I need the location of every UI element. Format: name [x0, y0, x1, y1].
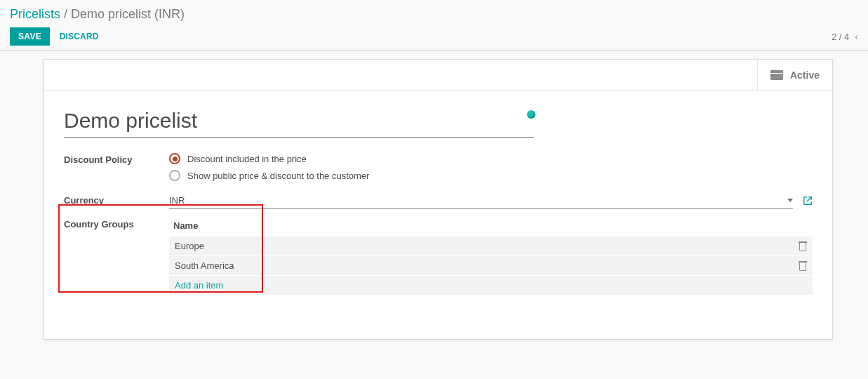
- active-toggle-button[interactable]: Active: [757, 60, 832, 90]
- pager-counter: 2 / 4: [832, 32, 849, 42]
- breadcrumb-separator: /: [64, 7, 67, 21]
- discount-option-show-public-label: Show public price & discount to the cust…: [187, 171, 369, 181]
- country-group-row[interactable]: South America: [169, 256, 813, 276]
- form-sheet: Active Discount Policy Discount included…: [44, 59, 833, 340]
- radio-icon: [169, 153, 180, 164]
- discount-option-show-public[interactable]: Show public price & discount to the cust…: [169, 170, 813, 181]
- pager-prev-icon[interactable]: ‹: [855, 31, 858, 42]
- archive-icon: [770, 70, 783, 80]
- country-group-row[interactable]: Europe: [169, 237, 813, 256]
- chevron-down-icon[interactable]: [787, 199, 793, 202]
- status-bar: Active: [44, 60, 832, 91]
- country-group-name: Europe: [175, 241, 799, 251]
- currency-label: Currency: [64, 194, 169, 206]
- delete-row-icon[interactable]: [799, 261, 807, 271]
- country-groups-label: Country Groups: [64, 216, 169, 230]
- external-link-icon[interactable]: [803, 196, 813, 208]
- globe-icon[interactable]: [527, 110, 535, 119]
- discount-policy-label: Discount Policy: [64, 153, 169, 165]
- discard-button[interactable]: DISCARD: [60, 32, 99, 41]
- radio-icon: [169, 170, 180, 181]
- add-item-link[interactable]: Add an item: [175, 280, 223, 291]
- breadcrumb: Pricelists / Demo pricelist (INR): [10, 6, 858, 27]
- add-item-row[interactable]: Add an item: [169, 276, 813, 295]
- breadcrumb-current: Demo pricelist (INR): [71, 7, 185, 21]
- country-group-name: South America: [175, 260, 799, 271]
- country-groups-header-name: Name: [169, 216, 813, 237]
- delete-row-icon[interactable]: [799, 241, 807, 251]
- discount-option-included-label: Discount included in the price: [187, 154, 307, 164]
- active-label: Active: [790, 69, 820, 81]
- breadcrumb-root-link[interactable]: Pricelists: [10, 7, 60, 21]
- discount-option-included[interactable]: Discount included in the price: [169, 153, 813, 164]
- save-button[interactable]: SAVE: [10, 27, 50, 46]
- pricelist-name-input[interactable]: [64, 107, 534, 138]
- currency-select-input[interactable]: [169, 195, 782, 206]
